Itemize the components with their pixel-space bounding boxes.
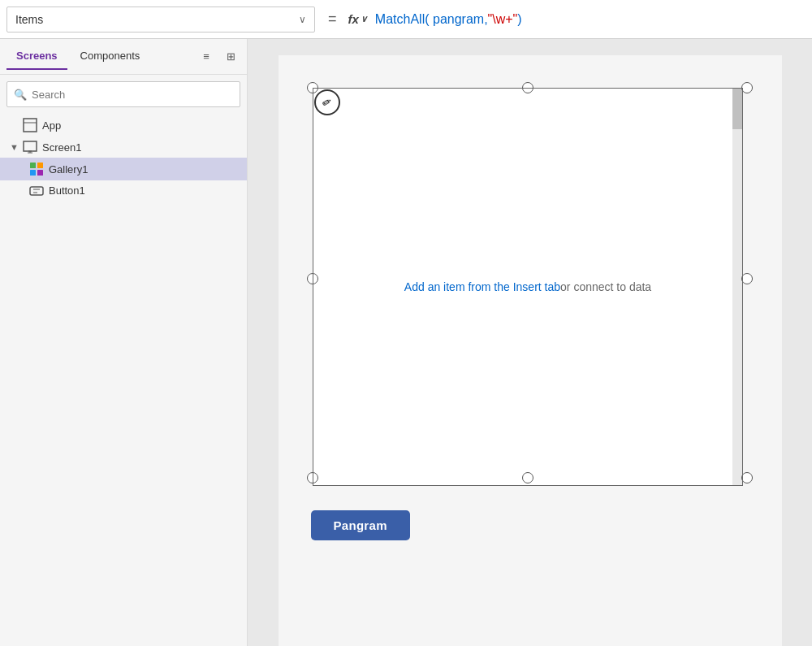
gallery-placeholder: Add an item from the Insert tab or conne… bbox=[313, 89, 742, 485]
screen-icon bbox=[23, 141, 37, 154]
fx-chevron-icon: ∨ bbox=[361, 14, 367, 24]
search-icon: 🔍 bbox=[14, 89, 27, 101]
svg-rect-0 bbox=[24, 119, 37, 132]
formula-closing: ) bbox=[517, 12, 521, 27]
edit-circle-button[interactable]: ✏ bbox=[314, 89, 340, 115]
pangram-button[interactable]: Pangram bbox=[311, 510, 410, 540]
placeholder-connect-text: or connect to data bbox=[560, 280, 651, 293]
handle-middle-left[interactable] bbox=[307, 273, 318, 284]
app-icon bbox=[23, 118, 37, 132]
tree-item-screen1[interactable]: ▼ Screen1 bbox=[0, 137, 247, 158]
handle-middle-right[interactable] bbox=[741, 273, 753, 284]
gallery-icon bbox=[29, 162, 44, 176]
search-input[interactable] bbox=[32, 89, 233, 101]
search-box: 🔍 bbox=[6, 81, 240, 107]
fx-label: fx bbox=[348, 12, 359, 26]
button-element: Pangram bbox=[311, 510, 410, 540]
tab-screens[interactable]: Screens bbox=[6, 43, 67, 70]
handle-top-right[interactable] bbox=[741, 82, 753, 93]
tree-arrow-screen1: ▼ bbox=[10, 142, 23, 152]
fx-button[interactable]: fx ∨ bbox=[343, 9, 372, 29]
tab-components[interactable]: Components bbox=[71, 43, 150, 70]
sidebar-tab-icons: ≡ ⊞ bbox=[197, 47, 240, 67]
tree-item-screen1-label: Screen1 bbox=[42, 141, 81, 154]
sidebar: Screens Components ≡ ⊞ 🔍 bbox=[0, 39, 248, 646]
tree-item-button1[interactable]: Button1 bbox=[0, 180, 247, 201]
equals-sign: = bbox=[328, 11, 337, 28]
gallery-box: Add an item from the Insert tab or conne… bbox=[313, 88, 743, 486]
svg-rect-9 bbox=[37, 170, 43, 176]
handle-top-left[interactable] bbox=[307, 82, 318, 93]
property-selector-text: Items bbox=[15, 13, 299, 26]
tree: App ▼ Screen1 bbox=[0, 114, 247, 201]
grid-view-icon[interactable]: ⊞ bbox=[221, 47, 240, 67]
gallery-scrollbar[interactable] bbox=[732, 89, 742, 485]
handle-bottom-right[interactable] bbox=[741, 472, 753, 483]
handle-bottom-left[interactable] bbox=[307, 472, 318, 483]
svg-rect-7 bbox=[37, 163, 43, 168]
svg-rect-8 bbox=[30, 170, 36, 176]
svg-rect-6 bbox=[30, 163, 36, 168]
tree-item-gallery1[interactable]: Gallery1 bbox=[0, 158, 247, 180]
canvas-area[interactable]: Add an item from the Insert tab or conne… bbox=[248, 39, 812, 646]
list-view-icon[interactable]: ≡ bbox=[197, 47, 216, 67]
handle-bottom-center[interactable] bbox=[522, 472, 533, 483]
formula-arg2: "\w+" bbox=[488, 12, 518, 27]
tree-item-app-label: App bbox=[42, 119, 61, 132]
svg-rect-2 bbox=[24, 141, 37, 151]
canvas-content: Add an item from the Insert tab or conne… bbox=[279, 55, 782, 646]
sidebar-tabs: Screens Components ≡ ⊞ bbox=[0, 39, 247, 75]
formula-bar: Items ∨ = fx ∨ MatchAll( pangram, "\w+" … bbox=[0, 0, 812, 39]
tree-item-app[interactable]: App bbox=[0, 114, 247, 137]
pencil-icon: ✏ bbox=[320, 94, 335, 111]
property-selector[interactable]: Items ∨ bbox=[6, 7, 315, 33]
placeholder-insert-text: Add an item from the Insert tab bbox=[404, 280, 560, 293]
chevron-down-icon: ∨ bbox=[299, 14, 306, 25]
main-area: Screens Components ≡ ⊞ 🔍 bbox=[0, 39, 812, 646]
scrollbar-thumb[interactable] bbox=[732, 89, 742, 129]
formula-display: MatchAll( pangram, "\w+" ) bbox=[375, 12, 522, 27]
tree-item-button1-label: Button1 bbox=[49, 184, 85, 197]
tree-item-gallery1-label: Gallery1 bbox=[49, 163, 88, 176]
formula-function: MatchAll( pangram, bbox=[375, 12, 488, 27]
handle-top-center[interactable] bbox=[522, 82, 533, 93]
svg-rect-10 bbox=[30, 187, 43, 195]
button-ctrl-icon bbox=[29, 185, 44, 197]
